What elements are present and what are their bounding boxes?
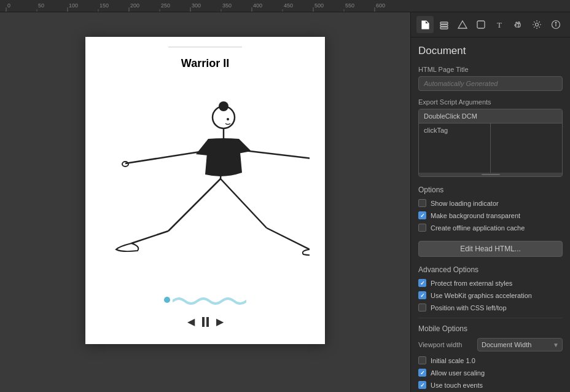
svg-rect-44 — [477, 21, 485, 28]
svg-point-33 — [122, 162, 128, 167]
script-table: DoubleClick DCM clickTag — [418, 109, 563, 177]
svg-text:300: 300 — [192, 2, 201, 9]
svg-point-46 — [536, 23, 539, 26]
viewport-row: Viewport width Document Width Device Wid… — [418, 338, 563, 351]
checkbox-bg-transparent: Make background transparent — [418, 211, 563, 219]
checkbox-initial-scale: Initial scale 1.0 — [418, 356, 563, 364]
viewport-select-wrapper: Document Width Device Width Custom ▼ — [477, 338, 563, 351]
edit-head-button[interactable]: Edit Head HTML... — [418, 241, 563, 257]
show-loading-label: Show loading indicator — [431, 200, 499, 207]
top-decoration — [168, 47, 242, 47]
svg-point-39 — [227, 118, 229, 120]
toolbar-icons: T — [411, 12, 570, 37]
export-script-label: Export Script Arguments — [418, 98, 563, 106]
next-button[interactable]: ▶ — [216, 316, 224, 327]
html-title-label: HTML Page Title — [418, 66, 563, 73]
svg-text:400: 400 — [253, 2, 262, 9]
bg-transparent-label: Make background transparent — [431, 212, 520, 219]
warrior-figure — [101, 84, 310, 280]
canvas-area: Warrior II — [0, 12, 410, 392]
ruler: 0 50 100 150 200 250 300 350 400 450 500… — [0, 0, 570, 12]
protect-styles-label: Protect from external styles — [431, 280, 512, 287]
svg-marker-43 — [458, 21, 467, 28]
checkbox-allow-scaling: Allow user scaling — [418, 369, 563, 377]
main-container: Warrior II — [0, 12, 570, 392]
offline-cache-checkbox[interactable] — [418, 224, 426, 232]
wave-decoration — [164, 294, 246, 306]
bg-transparent-checkbox[interactable] — [418, 211, 426, 219]
svg-text:250: 250 — [161, 2, 170, 9]
prev-button[interactable]: ◀ — [187, 316, 195, 327]
webkit-accel-checkbox[interactable] — [418, 291, 426, 299]
show-loading-checkbox[interactable] — [418, 199, 426, 207]
wave-svg — [173, 294, 246, 306]
svg-text:450: 450 — [284, 2, 293, 9]
svg-text:500: 500 — [314, 2, 324, 9]
playback-controls: ◀ ▶ — [187, 316, 224, 327]
svg-line-38 — [267, 228, 310, 249]
svg-text:150: 150 — [100, 2, 109, 9]
svg-line-37 — [221, 179, 267, 228]
svg-rect-42 — [440, 27, 448, 29]
checkbox-offline-cache: Create offline application cache — [418, 224, 563, 232]
svg-rect-41 — [440, 25, 448, 26]
canvas-image — [101, 77, 310, 286]
mobile-options-label: Mobile Options — [418, 324, 563, 333]
triangle-icon[interactable] — [454, 16, 471, 33]
viewport-width-label: Viewport width — [418, 341, 474, 348]
hand-tool-icon[interactable] — [510, 16, 527, 33]
svg-text:50: 50 — [38, 2, 44, 9]
svg-point-49 — [555, 22, 556, 23]
viewport-select[interactable]: Document Width Device Width Custom — [477, 338, 563, 351]
svg-line-36 — [131, 231, 168, 243]
touch-events-checkbox[interactable] — [418, 381, 426, 389]
allow-scaling-label: Allow user scaling — [431, 369, 485, 377]
webkit-accel-label: Use WebKit graphics acceleration — [431, 292, 532, 299]
options-label: Options — [418, 186, 563, 194]
script-table-header: DoubleClick DCM — [419, 109, 562, 123]
checkbox-show-loading: Show loading indicator — [418, 199, 563, 207]
text-tool-icon[interactable]: T — [491, 16, 509, 33]
protect-styles-checkbox[interactable] — [418, 279, 426, 287]
canvas-title: Warrior II — [181, 57, 229, 70]
checkbox-protect-styles: Protect from external styles — [418, 279, 563, 287]
initial-scale-checkbox[interactable] — [418, 356, 426, 364]
initial-scale-label: Initial scale 1.0 — [431, 357, 475, 364]
svg-text:350: 350 — [222, 2, 232, 9]
svg-rect-40 — [440, 22, 448, 24]
svg-text:600: 600 — [376, 2, 385, 9]
svg-point-28 — [219, 101, 228, 111]
panel-content: Document HTML Page Title Export Script A… — [411, 37, 570, 392]
panel-title: Document — [418, 45, 563, 57]
svg-text:200: 200 — [130, 2, 139, 9]
advanced-options-label: Advanced Options — [418, 265, 563, 274]
layers-icon[interactable] — [435, 16, 453, 33]
svg-text:0: 0 — [7, 2, 10, 9]
checkbox-css-lefttop: Position with CSS left/top — [418, 304, 563, 312]
gear-icon[interactable] — [528, 16, 545, 33]
checkbox-touch-events: Use touch events — [418, 381, 563, 389]
info-icon[interactable] — [547, 16, 564, 33]
allow-scaling-checkbox[interactable] — [418, 369, 426, 377]
script-col2 — [491, 123, 562, 173]
script-table-resize[interactable] — [419, 173, 562, 176]
canvas-frame: Warrior II — [85, 37, 325, 344]
script-col1: clickTag — [419, 123, 491, 173]
svg-line-35 — [168, 179, 221, 231]
script-table-row: clickTag — [419, 123, 562, 173]
right-panel: T Document HTML Page Title Export Script… — [410, 12, 570, 392]
css-lefttop-checkbox[interactable] — [418, 304, 426, 312]
document-icon[interactable] — [416, 16, 434, 33]
resize-handle — [482, 174, 500, 175]
divider — [418, 318, 563, 318]
svg-text:100: 100 — [69, 2, 78, 9]
css-lefttop-label: Position with CSS left/top — [431, 304, 507, 312]
checkbox-webkit-accel: Use WebKit graphics acceleration — [418, 291, 563, 299]
svg-text:T: T — [497, 20, 502, 29]
html-title-input[interactable] — [418, 76, 563, 91]
pause-button[interactable] — [202, 317, 209, 327]
svg-text:550: 550 — [345, 2, 354, 9]
touch-events-label: Use touch events — [431, 382, 483, 389]
shape-tool-icon[interactable] — [472, 16, 490, 33]
offline-cache-label: Create offline application cache — [431, 224, 525, 232]
